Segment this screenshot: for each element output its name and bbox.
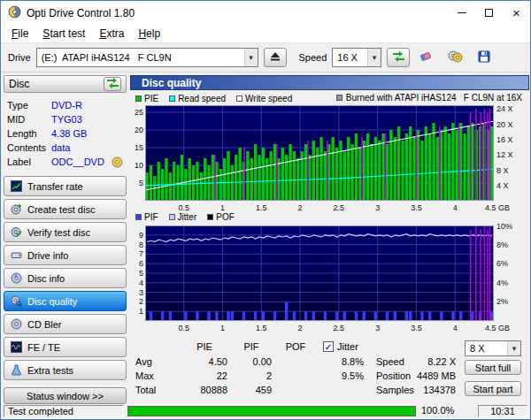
axis-tick-label: 10% [496,222,527,231]
menu-file[interactable]: File [4,27,35,40]
close-button[interactable]: × [503,1,530,25]
axis-tick-label: 3 [367,324,389,332]
sidebar-item-verify-test-disc[interactable]: Verify test disc [4,222,127,242]
field-value: data [51,142,70,153]
menu-start-test[interactable]: Start test [35,27,92,40]
sidebar-item-cd-bler[interactable]: CD Bler [4,314,127,334]
axis-tick-label: 2.5 [328,203,350,212]
chevron-down-icon: ▾ [244,49,258,66]
legend-label: POF [216,212,235,222]
sidebar-item-transfer-rate[interactable]: Transfer rate [4,176,127,196]
pof-swatch [207,214,213,220]
axis-tick-label: 1.5 [250,203,272,212]
axis-tick-label: 4% [496,279,527,287]
verify-disc-icon [10,226,22,238]
minimize-button[interactable] [448,1,475,25]
window-title: Opti Drive Control 1.80 [27,7,135,19]
read-speed-swatch [169,95,175,102]
disc-info-icon: i [10,272,22,284]
sidebar-item-disc-info[interactable]: iDisc info [4,268,127,288]
legend-item-read-speed: Read speed [169,94,226,103]
axis-tick-label: 24 X [496,104,527,113]
start-part-button[interactable]: Start part [465,381,521,396]
total-pif: 459 [231,384,272,396]
scan-speed-select[interactable]: 8 X ▾ [465,340,521,356]
axis-tick-label: 2 [289,203,311,212]
legend-item-write-speed: Write speed [236,94,292,103]
sidebar-item-drive-info[interactable]: Drive info [4,245,127,265]
axis-tick-label: 5 [130,179,143,187]
axis-tick-label: 6% [496,259,527,268]
progress-fill [128,407,415,416]
menu-help[interactable]: Help [131,27,167,40]
eject-button[interactable] [264,48,287,67]
label-disc-icon[interactable] [112,157,123,168]
field-label: MID [7,114,51,125]
transfer-rate-icon [10,180,22,192]
field-value: ODC__DVD [51,157,104,167]
field-label: Type [7,100,51,111]
extra-tests-icon [10,364,22,376]
jitter-checkbox[interactable]: ✓ [323,341,334,352]
chevron-down-icon: ▾ [507,341,520,355]
field-value: TYG03 [51,114,82,125]
sidebar-item-disc-quality[interactable]: Disc quality [4,291,127,311]
speed-select[interactable]: 16 X ▾ [332,48,381,67]
status-window-button[interactable]: Status window >> [4,387,127,404]
menu-extra[interactable]: Extra [92,27,131,40]
axis-tick-label: 8 X [496,166,527,175]
speed-stat-value: 8.22 X [404,355,456,368]
column-header-pif: PIF [231,340,272,353]
field-row-mid: MIDTYG03 [4,112,127,126]
axis-tick-label: 12 X [496,150,527,159]
refresh-speed-button[interactable] [387,48,410,67]
refresh-disc-button[interactable] [104,77,121,91]
erase-icon [419,50,434,65]
drive-select-value: (E:) ATAPI iHAS124 F CL9N [42,52,172,63]
axis-tick-label: 4 [444,203,466,212]
avg-pof [275,355,316,368]
speed-stat-label: Speed [376,355,404,368]
field-row-contents: Contentsdata [4,141,127,155]
row-label-total: Total [135,384,156,396]
axis-tick-label: 4 X [496,181,527,190]
erase-disc-button[interactable] [415,48,436,67]
samples-stat-value: 134378 [404,384,456,396]
sidebar-item-create-test-disc[interactable]: Create test disc [4,199,127,219]
sidebar-item-fe-te[interactable]: FE / TE [4,337,127,357]
legend-label: PIF [144,212,158,222]
sidebar-item-label: Verify test disc [27,227,90,238]
start-full-button[interactable]: Start full [465,360,521,375]
column-header-pof: POF [275,340,316,353]
write-speed-swatch [236,95,242,102]
disc-panel-header: Disc [4,75,127,93]
row-label-avg: Avg [135,355,152,368]
pie-chart [145,105,494,201]
main-panel: Disc quality PIERead speedWrite speed Bu… [130,75,529,404]
burn-note-label: Burned with ATAPI iHAS124 F CL9N at 16X [346,93,522,103]
results-summary: PIE PIF POF ✓ Jitter Avg 4.50 0.00 8.8% … [130,340,529,402]
compare-discs-button[interactable] [444,48,466,67]
sidebar-item-label: FE / TE [27,342,60,353]
axis-tick-label: 15 [130,143,143,152]
sidebar-item-label: Disc quality [27,296,77,307]
page-title: Disc quality [130,75,529,90]
progress-bar [127,406,416,416]
jitter-swatch [169,214,175,220]
sidebar-item-extra-tests[interactable]: Extra tests [4,360,127,380]
bottom-chart-legend: PIFJitterPOF [135,211,235,222]
drive-select[interactable]: (E:) ATAPI iHAS124 F CL9N ▾ [36,48,258,67]
chevron-down-icon: ▾ [367,49,381,66]
axis-tick-label: 4.5 GB [485,324,520,332]
sidebar-item-label: Extra tests [27,365,73,376]
refresh-icon [106,77,119,92]
drive-info-icon [10,249,22,261]
save-results-button[interactable] [473,48,495,67]
column-header-jitter: Jitter [337,340,358,353]
max-pie: 22 [181,370,227,382]
legend-item-pie: PIE [135,94,158,103]
total-pof [275,384,316,396]
speed-select-value: 16 X [337,52,358,63]
maximize-icon [485,9,493,17]
maximize-button[interactable] [475,1,503,25]
